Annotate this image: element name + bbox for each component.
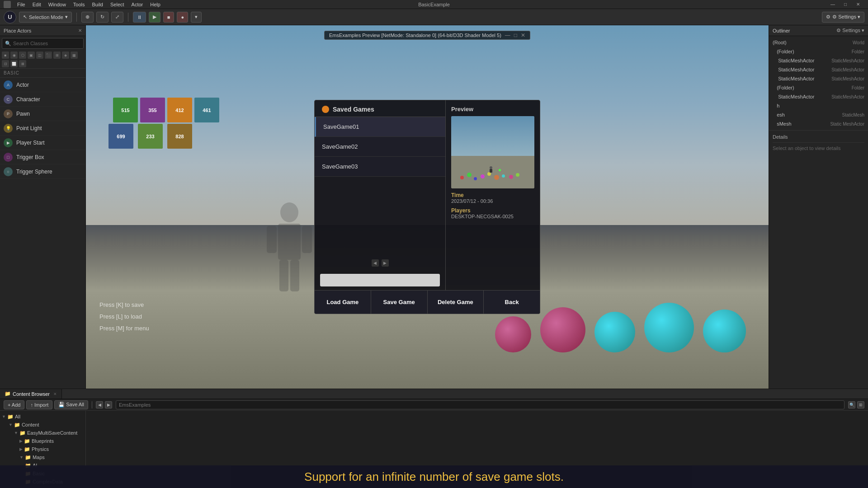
place-actors-tab-label: Place Actors	[4, 28, 31, 33]
actor-item-character[interactable]: C Character	[0, 92, 85, 107]
filter-icon-10[interactable]: ⊡	[2, 60, 9, 67]
minimize-button[interactable]: —	[826, 0, 839, 9]
outliner-item-h[interactable]: h	[769, 101, 868, 110]
pause-button[interactable]: ⏸	[133, 12, 146, 23]
filter-icon-9[interactable]: ▦	[71, 52, 78, 59]
save-slot-2[interactable]: SaveGame02	[315, 137, 445, 157]
cb-search-button[interactable]: 🔍	[848, 401, 855, 408]
outliner-item-smesh4[interactable]: StaticMeshActor StaticMeshActor	[769, 92, 868, 101]
filter-icon-11[interactable]: ⬜	[10, 60, 18, 67]
menu-file[interactable]: File	[14, 0, 29, 9]
cb-view-button[interactable]: ⊞	[857, 401, 864, 408]
selection-mode-button[interactable]: ↖ Selection Mode ▾	[19, 12, 72, 23]
outliner-smesh2-type: StaticMeshActor	[831, 67, 864, 72]
save-game-button[interactable]: Save Game	[371, 291, 428, 314]
cb-forward-button[interactable]: ▶	[105, 401, 112, 408]
outliner-item-smesh2[interactable]: StaticMeshActor StaticMeshActor	[769, 65, 868, 74]
place-actors-close[interactable]: ✕	[78, 28, 82, 33]
place-actors-panel: Place Actors ✕ 🔍 Search Classes ■ ◉ ⬡ ▣ …	[0, 25, 86, 389]
scale-button[interactable]: ⤢	[111, 12, 123, 23]
settings-button[interactable]: ⚙ ⚙ Settings ▾	[822, 12, 864, 23]
content-browser-tab-icon: 📁	[5, 391, 11, 397]
save-name-input[interactable]	[320, 274, 440, 286]
folder-maps[interactable]: ▼ 📁 Maps	[0, 453, 85, 461]
filter-icon-8[interactable]: ◈	[62, 52, 69, 59]
save-all-button[interactable]: 💾 Save All	[54, 400, 88, 409]
filter-icon-2[interactable]: ◉	[10, 52, 18, 59]
play-button[interactable]: ▶	[149, 12, 160, 23]
filter-icon-4[interactable]: ▣	[28, 52, 35, 59]
press-l-hint: Press [L] to load	[99, 311, 149, 323]
save-slot-3-label: SaveGame03	[322, 163, 358, 170]
point-light-label: Point Light	[16, 125, 42, 131]
filter-icon-12[interactable]: ⊠	[19, 60, 26, 67]
scroll-right-button[interactable]: ▶	[382, 259, 389, 267]
actor-item-actor[interactable]: A Actor	[0, 78, 85, 92]
outliner-item-smesh1[interactable]: StaticMeshActor StaticMeshActor	[769, 56, 868, 65]
import-button[interactable]: ↑ Import	[26, 400, 52, 409]
filter-icon-1[interactable]: ■	[2, 52, 9, 59]
close-button[interactable]: ✕	[852, 0, 864, 9]
actor-item-point-light[interactable]: 💡 Point Light	[0, 121, 85, 136]
actor-item-trigger-box[interactable]: □ Trigger Box	[0, 150, 85, 164]
save-slot-3[interactable]: SaveGame03	[315, 157, 445, 177]
preview-sphere-9	[516, 173, 519, 177]
outliner-item-folder1[interactable]: (Folder) Folder	[769, 47, 868, 56]
folder-all[interactable]: ▼ 📁 All	[0, 413, 85, 421]
filter-icon-5[interactable]: ◫	[36, 52, 43, 59]
time-label: Time	[451, 192, 534, 198]
load-game-button[interactable]: Load Game	[315, 291, 371, 314]
add-button[interactable]: + Add	[4, 400, 24, 409]
viewport-title-text: EmsExamples Preview [NetMode: Standalone…	[329, 33, 501, 38]
menu-actor[interactable]: Actor	[128, 0, 147, 9]
folder-easymultisave[interactable]: ▼ 📁 EasyMultiSaveContent	[0, 429, 85, 437]
viewport-minimize-button[interactable]: —	[505, 32, 510, 38]
menu-build[interactable]: Build	[89, 0, 107, 9]
actor-item-trigger-sphere[interactable]: ○ Trigger Sphere	[0, 164, 85, 179]
trigger-sphere-label: Trigger Sphere	[16, 169, 52, 175]
cb-back-button[interactable]: ◀	[96, 401, 103, 408]
folder-content[interactable]: ▼ 📁 Content	[0, 421, 85, 429]
save-slot-1[interactable]: SaveGame01	[315, 117, 445, 137]
folder-physics[interactable]: ▶ 📁 Physics	[0, 445, 85, 453]
transform-button[interactable]: ⊕	[81, 12, 94, 23]
outliner-item-folder2[interactable]: (Folder) Folder	[769, 83, 868, 92]
filter-icon-7[interactable]: ⊞	[53, 52, 61, 59]
menu-tools[interactable]: Tools	[70, 0, 89, 9]
outliner-item-smesh5[interactable]: sMesh Static MeshActor	[769, 119, 868, 128]
menu-window[interactable]: Window	[45, 0, 70, 9]
bottom-banner: Support for an infinite number of save g…	[0, 465, 868, 488]
outliner-item-root[interactable]: (Root) World	[769, 38, 868, 47]
menu-select[interactable]: Select	[107, 0, 128, 9]
stop-button[interactable]: ■	[163, 12, 175, 23]
outliner-item-esh[interactable]: esh StaticMesh	[769, 110, 868, 119]
viewport-maximize-button[interactable]: □	[514, 32, 517, 38]
content-browser-tab[interactable]: 📁 Content Browser ✕	[0, 389, 62, 399]
actor-item-player-start[interactable]: ▶ Player Start	[0, 136, 85, 150]
rotate-button[interactable]: ↻	[96, 12, 108, 23]
filter-icon-6[interactable]: ⬛	[45, 52, 52, 59]
folder-easymultisave-icon: 📁	[19, 430, 26, 436]
menu-help[interactable]: Help	[146, 0, 164, 9]
saved-games-title-text: Saved Games	[333, 106, 374, 113]
content-path-input[interactable]: EmsExamples	[116, 400, 844, 409]
ue-logo-button[interactable]: U	[4, 11, 16, 23]
content-browser-tab-close[interactable]: ✕	[53, 392, 57, 396]
menu-edit[interactable]: Edit	[29, 0, 45, 9]
outliner-item-smesh3[interactable]: StaticMeshActor StaticMeshActor	[769, 74, 868, 83]
viewport[interactable]: 515 355 412 461 699 233 828	[86, 25, 769, 389]
record-button[interactable]: ●	[177, 12, 188, 23]
folder-physics-label: Physics	[32, 446, 49, 452]
extra-play-button[interactable]: ▾	[191, 12, 202, 23]
folder-blueprints[interactable]: ▶ 📁 Blueprints	[0, 437, 85, 445]
maximize-button[interactable]: □	[839, 0, 852, 9]
svg-rect-3	[302, 226, 312, 253]
filter-icon-3[interactable]: ⬡	[19, 52, 26, 59]
scroll-left-button[interactable]: ◀	[372, 259, 379, 267]
save-game-label: Save Game	[383, 299, 415, 305]
actor-item-pawn[interactable]: P Pawn	[0, 107, 85, 121]
delete-game-button[interactable]: Delete Game	[428, 291, 484, 314]
outliner-settings-button[interactable]: ⚙ Settings ▾	[836, 28, 864, 33]
search-classes-input[interactable]: 🔍 Search Classes	[2, 38, 84, 49]
viewport-close-button[interactable]: ✕	[521, 32, 525, 38]
